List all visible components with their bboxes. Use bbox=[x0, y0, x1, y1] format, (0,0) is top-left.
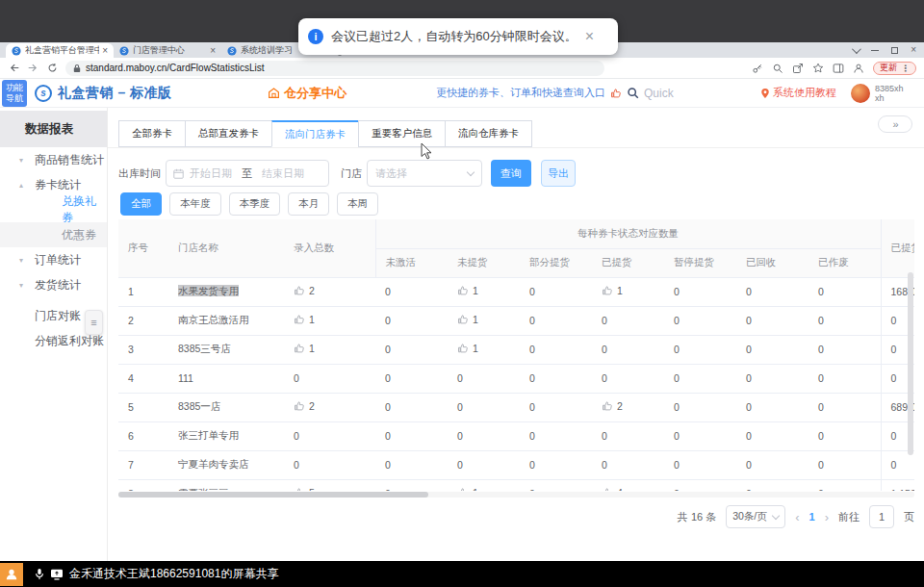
value-cell: 0 bbox=[736, 393, 808, 421]
back-icon[interactable] bbox=[8, 63, 19, 74]
scrollbar-thumb[interactable] bbox=[118, 492, 428, 498]
value-cell: 0 bbox=[664, 421, 736, 450]
value-cell: 0 bbox=[808, 421, 881, 450]
hand-icon bbox=[294, 285, 305, 296]
hand-link[interactable]: 1 bbox=[457, 285, 478, 296]
quick-filter-button[interactable]: 本月 bbox=[288, 192, 329, 216]
side-panel-icon[interactable] bbox=[833, 63, 844, 74]
quick-filter-button[interactable]: 本年度 bbox=[169, 192, 221, 216]
table-row[interactable]: 6张三打单专用000000000 bbox=[118, 421, 914, 450]
horizontal-scrollbar[interactable] bbox=[118, 492, 914, 498]
profile-icon[interactable] bbox=[853, 63, 864, 74]
table-row[interactable]: 2南京王总激活用101000000 bbox=[118, 306, 914, 335]
person-icon[interactable] bbox=[0, 563, 23, 586]
scrollbar-thumb[interactable] bbox=[908, 272, 913, 455]
screenshare-bar: 金禾通技术王斌18662591081的屏幕共享 bbox=[0, 561, 924, 587]
menu-dots-icon[interactable]: ⋮ bbox=[901, 64, 910, 73]
tab-item[interactable]: 流向仓库券卡 bbox=[445, 120, 532, 147]
status-column-header: 暂停提货 bbox=[664, 248, 736, 277]
tab-close-icon[interactable]: × bbox=[102, 45, 108, 56]
next-page-icon[interactable]: › bbox=[825, 510, 829, 524]
browser-tab[interactable]: 门店管理中心× bbox=[114, 43, 221, 58]
export-button[interactable]: 导出 bbox=[541, 160, 576, 187]
hand-link[interactable]: 2 bbox=[602, 400, 623, 412]
hand-link[interactable]: 5 bbox=[294, 487, 315, 491]
table-row[interactable]: 58385一店20002000689.0 bbox=[118, 393, 914, 421]
hand-link[interactable]: 2 bbox=[294, 400, 315, 412]
prev-page-icon[interactable]: ‹ bbox=[795, 510, 799, 524]
main-content: » 全部券卡总部直发券卡流向门店券卡重要客户信息流向仓库券卡 出库时间 开始日期… bbox=[108, 108, 924, 561]
hand-link[interactable]: 1 bbox=[457, 314, 478, 325]
table-row[interactable]: 8需要张三三501040001,152 bbox=[118, 479, 914, 491]
search-button[interactable]: 查询 bbox=[491, 160, 531, 187]
filter-row: 出库时间 开始日期 至 结束日期 门店 请选择 查询 导出 bbox=[118, 159, 576, 188]
window-close-icon[interactable]: × bbox=[911, 45, 916, 55]
sidebar-item[interactable]: 优惠券 bbox=[0, 222, 107, 247]
quick-filter-button[interactable]: 本周 bbox=[337, 192, 378, 216]
vertical-scrollbar[interactable] bbox=[908, 241, 913, 587]
nav-toggle-button[interactable]: 功能导航 bbox=[2, 80, 27, 107]
reload-icon[interactable] bbox=[46, 63, 58, 74]
value-cell: 0 bbox=[736, 364, 808, 393]
bookmark-star-icon[interactable] bbox=[812, 63, 824, 74]
url-bar[interactable]: standard.maboy.cn/CardFlowStatisticsList bbox=[65, 61, 604, 76]
tab-item[interactable]: 总部直发券卡 bbox=[185, 120, 272, 147]
zoom-icon[interactable] bbox=[772, 63, 783, 74]
tab-close-icon[interactable]: × bbox=[210, 45, 216, 56]
caret-down-icon: ▾ bbox=[19, 156, 23, 165]
tab-active[interactable]: 流向门店券卡 bbox=[271, 120, 359, 147]
tab-item[interactable]: 全部券卡 bbox=[118, 120, 186, 147]
browser-update-button[interactable]: 更新 ⋮ bbox=[873, 62, 916, 75]
user-box[interactable]: 8385xh xh bbox=[851, 84, 904, 103]
table-row[interactable]: 1水果发货专用20101000168.0 bbox=[118, 277, 914, 306]
date-range-input[interactable]: 开始日期 至 结束日期 bbox=[166, 160, 329, 187]
table-row[interactable]: 4111000000000 bbox=[118, 364, 914, 393]
sidebar-item[interactable]: ▾订单统计 bbox=[0, 247, 107, 272]
quick-entry[interactable]: 更快捷的券卡、订单和快递查询入口 Quick bbox=[436, 86, 674, 100]
share-center-link[interactable]: 仓分享中心 bbox=[268, 85, 346, 102]
site-favicon-icon bbox=[119, 46, 129, 56]
quick-filter-button[interactable]: 本季度 bbox=[229, 192, 281, 216]
share-center-label: 仓分享中心 bbox=[284, 85, 346, 102]
sidebar-item-label: 优惠券 bbox=[62, 227, 96, 243]
value-cell: 0 bbox=[808, 479, 881, 491]
hand-link[interactable]: 1 bbox=[457, 487, 478, 491]
page-number[interactable]: 1 bbox=[809, 511, 815, 523]
forward-icon[interactable] bbox=[27, 63, 38, 74]
tutorial-link[interactable]: 系统使用教程 bbox=[760, 86, 836, 100]
app-logo-icon: s bbox=[35, 85, 52, 102]
card-tabs: 全部券卡总部直发券卡流向门店券卡重要客户信息流向仓库券卡 bbox=[108, 120, 924, 148]
value-cell: 0 bbox=[664, 393, 736, 421]
sidebar-item[interactable]: ▾发货统计 bbox=[0, 272, 107, 297]
quick-filter-button[interactable]: 全部 bbox=[120, 192, 162, 216]
sidebar-collapse-handle[interactable]: ≡ bbox=[85, 310, 103, 335]
status-column-header: 已回收 bbox=[736, 248, 808, 277]
statistics-table: 序号门店名称录入总数每种券卡状态对应数量已提货未激活未提货部分提货已提货暂停提货… bbox=[118, 219, 914, 491]
table-row[interactable]: 7宁夏羊肉专卖店000000000 bbox=[118, 450, 914, 479]
value-cell: 0 bbox=[808, 393, 881, 421]
table-row[interactable]: 38385三号店101000000 bbox=[118, 335, 914, 364]
value-cell: 0 bbox=[520, 277, 592, 306]
sidebar-item[interactable]: 兑换礼券 bbox=[0, 197, 107, 222]
hand-link[interactable]: 2 bbox=[294, 285, 315, 296]
store-select[interactable]: 请选择 bbox=[367, 160, 482, 187]
column-header: 门店名称 bbox=[168, 219, 284, 277]
hand-link[interactable]: 1 bbox=[294, 343, 315, 354]
hand-icon bbox=[457, 314, 469, 325]
goto-page-input[interactable]: 1 bbox=[869, 505, 894, 528]
key-icon[interactable] bbox=[752, 63, 763, 74]
page-size-select[interactable]: 30条/页 bbox=[726, 505, 785, 528]
sidebar-item[interactable]: ▾商品销售统计 bbox=[0, 147, 107, 172]
hand-link[interactable]: 1 bbox=[457, 343, 478, 354]
store-select-placeholder: 请选择 bbox=[375, 166, 407, 181]
share-icon[interactable] bbox=[792, 63, 804, 74]
maximize-icon[interactable] bbox=[891, 47, 898, 54]
minimize-icon[interactable] bbox=[871, 50, 879, 51]
hand-count: 1 bbox=[309, 343, 315, 354]
hand-link[interactable]: 4 bbox=[602, 487, 623, 491]
hand-link[interactable]: 1 bbox=[602, 285, 623, 296]
hand-link[interactable]: 1 bbox=[294, 314, 315, 325]
browser-tab[interactable]: 礼盒营销平台管理中心× bbox=[6, 43, 114, 58]
close-icon[interactable]: × bbox=[585, 29, 594, 44]
tab-search-chevron-icon[interactable] bbox=[852, 44, 861, 54]
